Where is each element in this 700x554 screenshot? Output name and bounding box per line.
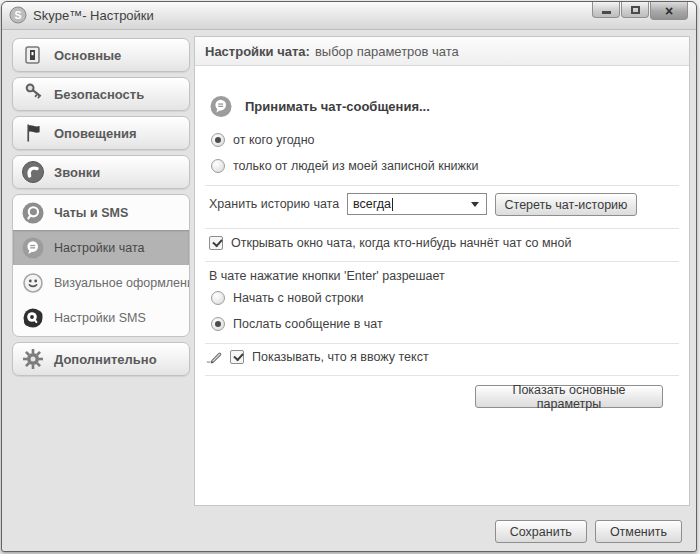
pencil-icon bbox=[205, 349, 227, 365]
radio-icon bbox=[211, 133, 225, 147]
history-label: Хранить историю чата bbox=[209, 197, 339, 211]
sidebar-item-label: Оповещения bbox=[54, 126, 137, 141]
chat-bubble-icon bbox=[209, 93, 233, 120]
window-controls: × bbox=[592, 2, 688, 20]
sidebar-item-label: Звонки bbox=[54, 165, 100, 180]
advanced-gear-icon bbox=[21, 347, 45, 371]
chevron-down-icon bbox=[471, 202, 479, 207]
security-icon bbox=[21, 82, 45, 106]
window-title: Skype™- Настройки bbox=[33, 8, 154, 23]
close-icon: × bbox=[665, 4, 673, 18]
sidebar-item-advanced[interactable]: Дополнительно bbox=[12, 342, 190, 376]
sidebar-item-visual-style[interactable]: Визуальное оформлени... bbox=[13, 265, 189, 300]
separator bbox=[205, 343, 679, 344]
maximize-button[interactable] bbox=[621, 2, 649, 18]
history-dropdown[interactable]: всегда bbox=[347, 193, 487, 215]
sidebar-item-label: Дополнительно bbox=[54, 352, 157, 367]
receive-messages-section-title: Принимать чат-сообщения... bbox=[209, 93, 430, 120]
settings-window: Skype™- Настройки × Основные Безопасност… bbox=[1, 1, 697, 552]
radio-icon bbox=[211, 317, 225, 331]
chat-settings-icon bbox=[21, 236, 45, 260]
sidebar-item-security[interactable]: Безопасность bbox=[12, 77, 190, 111]
radio-icon bbox=[211, 159, 225, 173]
chat-settings-panel: Настройки чата: выбор параметров чата Пр… bbox=[194, 36, 690, 506]
panel-subtitle: выбор параметров чата bbox=[315, 44, 459, 59]
maximize-icon bbox=[631, 6, 640, 14]
checkbox-show-typing[interactable]: Показывать, что я ввожу текст bbox=[205, 349, 429, 365]
radio-send-message[interactable]: Послать сообщение в чат bbox=[211, 317, 383, 331]
sidebar-item-label: Настройки чата bbox=[54, 241, 145, 255]
sidebar-item-label: Чаты и SMS bbox=[54, 206, 128, 220]
text-cursor bbox=[392, 198, 393, 211]
visual-emoticons-icon bbox=[21, 271, 45, 295]
sidebar-item-sms-settings[interactable]: Настройки SMS bbox=[13, 300, 189, 335]
sidebar-item-calls[interactable]: Звонки bbox=[12, 155, 190, 189]
radio-new-line[interactable]: Начать с новой строки bbox=[211, 291, 363, 305]
minimize-icon bbox=[602, 11, 611, 14]
erase-history-button[interactable]: Стереть чат-историю bbox=[495, 193, 637, 216]
separator bbox=[205, 375, 679, 376]
panel-title: Настройки чата: bbox=[205, 44, 310, 59]
separator bbox=[205, 261, 679, 262]
title-bar[interactable]: Skype™- Настройки × bbox=[2, 2, 696, 30]
chats-icon bbox=[21, 201, 45, 225]
sidebar-item-label: Визуальное оформлени... bbox=[54, 276, 190, 290]
panel-header: Настройки чата: выбор параметров чата bbox=[195, 37, 689, 66]
history-dropdown-value: всегда bbox=[353, 197, 391, 211]
radio-icon bbox=[211, 291, 225, 305]
separator bbox=[205, 185, 679, 186]
checkbox-icon bbox=[209, 236, 223, 250]
sidebar-item-notifications[interactable]: Оповещения bbox=[12, 116, 190, 150]
skype-logo-icon bbox=[9, 6, 27, 24]
close-button[interactable]: × bbox=[650, 2, 688, 20]
checkbox-open-chat-window[interactable]: Открывать окно чата, когда кто-нибудь на… bbox=[209, 236, 571, 250]
separator bbox=[205, 228, 679, 229]
sidebar-item-chat-settings[interactable]: Настройки чата bbox=[13, 230, 189, 265]
sidebar-item-label: Основные bbox=[54, 48, 121, 63]
radio-only-contacts[interactable]: только от людей из моей записной книжки bbox=[211, 159, 478, 173]
sidebar-item-label: Безопасность bbox=[54, 87, 144, 102]
general-icon bbox=[21, 43, 45, 67]
sidebar-group-chats-sms: Чаты и SMS Настройки чата Визуальное офо… bbox=[12, 194, 190, 337]
notifications-icon bbox=[21, 121, 45, 145]
sidebar-item-chats-sms[interactable]: Чаты и SMS bbox=[13, 196, 189, 230]
sidebar-item-general[interactable]: Основные bbox=[12, 38, 190, 72]
save-button[interactable]: Сохранить bbox=[495, 520, 587, 543]
calls-icon bbox=[21, 160, 45, 184]
sms-icon bbox=[21, 306, 45, 330]
radio-from-anyone[interactable]: от кого угодно bbox=[211, 133, 315, 147]
show-basic-settings-button[interactable]: Показать основные параметры bbox=[475, 385, 663, 408]
minimize-button[interactable] bbox=[592, 2, 620, 18]
settings-sidebar: Основные Безопасность Оповещения Звонки … bbox=[12, 38, 190, 381]
dialog-footer: Сохранить Отменить bbox=[495, 520, 682, 543]
sidebar-item-label: Настройки SMS bbox=[54, 311, 146, 325]
enter-key-section-title: В чате нажатие кнопки 'Enter' разрешает bbox=[209, 269, 445, 283]
checkbox-icon bbox=[230, 350, 244, 364]
cancel-button[interactable]: Отменить bbox=[595, 520, 682, 543]
